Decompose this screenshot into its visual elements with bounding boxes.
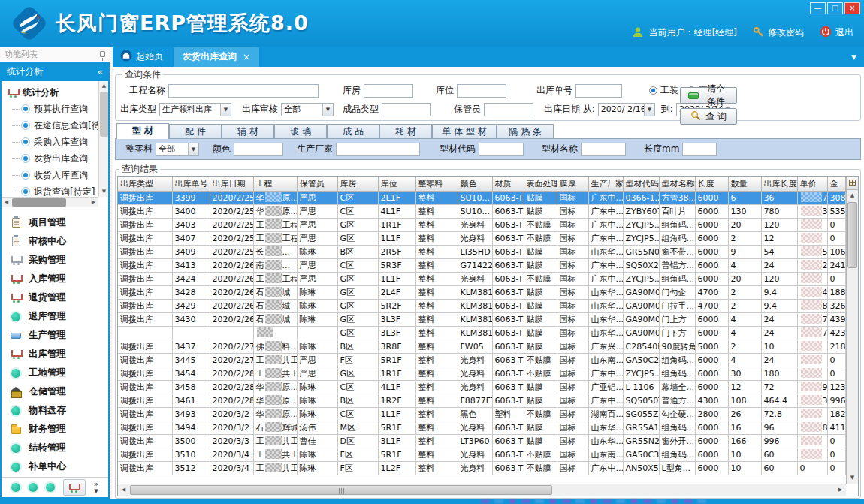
- tab-shipment-outbound-query[interactable]: 发货出库查询 ×: [174, 47, 259, 67]
- change-password-button[interactable]: 修改密码: [753, 26, 804, 40]
- tree-item[interactable]: 采购入库查询: [2, 134, 98, 150]
- column-header-材质[interactable]: 材质: [492, 177, 524, 191]
- column-header-库房[interactable]: 库房: [337, 177, 378, 191]
- project-name-input[interactable]: [168, 84, 319, 98]
- radio-industrial[interactable]: 工装: [649, 84, 678, 97]
- table-row[interactable]: 调拨出库35122020/3/4工共工程陈琳F区1L2F整料光身料6063-T5…: [118, 461, 845, 475]
- sidebar-item-出库管理[interactable]: 出库管理: [2, 345, 108, 364]
- grid-horizontal-scrollbar[interactable]: ◀ ▶: [118, 484, 846, 496]
- scroll-left-icon[interactable]: ◀: [2, 198, 11, 207]
- column-header-出库类型[interactable]: 出库类型: [118, 177, 172, 191]
- column-header-工程[interactable]: 工程: [253, 177, 297, 191]
- tree-root-statistics[interactable]: 统计分析: [2, 84, 98, 101]
- material-tab-耗材[interactable]: 耗 材: [379, 124, 432, 139]
- bottom-teal-circle-icon[interactable]: [29, 483, 38, 492]
- keeper-input[interactable]: [484, 103, 533, 116]
- table-row[interactable]: 调拨出库35002020/3/3工共工程曹佳D区3L1F整料LT3P606063…: [118, 434, 845, 448]
- table-row[interactable]: 调拨出库34032020/2/25工工程严思G区1R1F整料光身料6063-T5…: [118, 218, 845, 231]
- search-button[interactable]: 查 询: [680, 108, 737, 125]
- table-row[interactable]: 调拨出库34292020/2/26石城陈琳G区5R2F整料KLM38176063…: [118, 299, 845, 312]
- profile-name-input[interactable]: [581, 143, 626, 156]
- column-header-颜色[interactable]: 颜色: [458, 177, 492, 191]
- tree-item[interactable]: 退货查询[待定]: [2, 183, 98, 197]
- sidebar-item-项目管理[interactable]: 项目管理: [2, 213, 108, 232]
- material-tab-玻璃[interactable]: 玻 璃: [274, 124, 327, 139]
- clear-conditions-button[interactable]: 清空条件: [680, 87, 737, 104]
- table-row[interactable]: G区3L3F整料KLM38176063-T5贴膜国标山东华...GA90M09.…: [118, 326, 845, 340]
- material-tab-型材[interactable]: 型 材: [116, 123, 169, 139]
- tree-item[interactable]: 在途信息查询[待: [2, 117, 98, 134]
- column-header-库位[interactable]: 库位: [378, 177, 415, 191]
- sidebar-item-工地管理[interactable]: 工地管理: [2, 364, 108, 382]
- column-header-表面处理[interactable]: 表面处理: [524, 177, 557, 191]
- close-button[interactable]: ×: [844, 2, 860, 14]
- table-row[interactable]: 调拨出库34452020/2/27工共工程严思F区5R1F整料光身料6063-T…: [118, 353, 845, 367]
- column-header-整零料[interactable]: 整零料: [415, 177, 458, 191]
- horizontal-scroll-thumb[interactable]: [130, 485, 552, 495]
- whole-piece-select[interactable]: 全部 ▼: [156, 143, 199, 156]
- tree-horizontal-scrollbar[interactable]: ◀ ▶: [2, 197, 98, 207]
- material-tab-辅材[interactable]: 辅 材: [222, 124, 274, 139]
- logout-button[interactable]: 退出: [820, 26, 853, 40]
- collapse-icon[interactable]: «: [98, 67, 103, 77]
- tab-overflow-icon[interactable]: ▼: [851, 47, 864, 67]
- tree-vertical-scrollbar[interactable]: ▲ ▼: [98, 81, 108, 197]
- table-row[interactable]: 调拨出库34092020/2/25长...陈琳B区2R5F整料LI35HD606…: [118, 245, 845, 258]
- table-row[interactable]: 调拨出库34612020/2/28华原...陈琳B区1R2F整料F8877FT6…: [118, 394, 845, 407]
- column-header-金[interactable]: 金: [827, 177, 845, 191]
- sidebar-item-物料盘存[interactable]: 物料盘存: [2, 401, 108, 420]
- table-row[interactable]: 调拨出库34582020/2/28华原...陈琳C区4L1F整料光身料6063-…: [118, 380, 845, 394]
- column-header-型材代码[interactable]: 型材代码: [623, 177, 659, 191]
- scroll-right-icon[interactable]: ▶: [835, 484, 846, 496]
- table-row[interactable]: 调拨出库34302020/2/26石城陈琳G区3L3F整料KLM38176063…: [118, 312, 845, 326]
- out-type-select[interactable]: 生产领料出库 ▼: [159, 103, 231, 116]
- column-header-型材名称[interactable]: 型材名称: [659, 177, 695, 191]
- table-row[interactable]: 调拨出库34372020/2/27佛料...陈琳B区3R8F整料FW056063…: [118, 340, 845, 353]
- column-header-出库单号[interactable]: 出库单号: [172, 177, 210, 191]
- tree-item[interactable]: 预算执行查询: [2, 101, 98, 117]
- column-header-出库日期[interactable]: 出库日期: [210, 177, 253, 191]
- material-tab-成品[interactable]: 成 品: [327, 124, 379, 139]
- column-header-数量[interactable]: 数量: [728, 177, 761, 191]
- sidebar-item-采购管理[interactable]: 采购管理: [2, 251, 108, 270]
- sidebar-item-财务管理[interactable]: 财务管理: [2, 420, 108, 439]
- column-header-出库长度[interactable]: 出库长度: [761, 177, 797, 191]
- date-from-picker[interactable]: 2020/ 2/16 ▼: [598, 103, 655, 116]
- column-header-保管员[interactable]: 保管员: [297, 177, 337, 191]
- column-header-长度[interactable]: 长度: [695, 177, 728, 191]
- scroll-right-icon[interactable]: ▶: [89, 198, 98, 207]
- grid-vertical-scrollbar[interactable]: ▲ ▼: [846, 177, 858, 484]
- table-row[interactable]: 调拨出库34132020/2/26南...严思C区5R3F整料G71422606…: [118, 258, 845, 272]
- sidebar-item-补单中心[interactable]: 补单中心: [2, 457, 108, 476]
- table-row[interactable]: 调拨出库34932020/3/2华原...陈琳C区1L1F整料黑色塑料不贴膜国标…: [118, 407, 845, 421]
- pin-icon[interactable]: [100, 51, 105, 57]
- length-input[interactable]: [682, 143, 717, 156]
- table-row[interactable]: 调拨出库34942020/3/2石辉城汤伟M区5R1F整料光身料6063-T5贴…: [118, 421, 845, 434]
- table-row[interactable]: 调拨出库34282020/2/26石城陈琳G区2L4F整料KLM38176063…: [118, 285, 845, 299]
- table-row[interactable]: 调拨出库34072020/2/25工工程严思G区1L1F整料光身料6063-T5…: [118, 231, 845, 245]
- bottom-teal-circle-icon[interactable]: [46, 483, 55, 492]
- color-input[interactable]: [234, 143, 283, 156]
- location-input[interactable]: [457, 84, 506, 98]
- column-customize-button[interactable]: [847, 177, 858, 190]
- column-header-生产厂家[interactable]: 生产厂家: [588, 177, 623, 191]
- minimize-button[interactable]: —: [810, 2, 826, 14]
- scroll-down-icon[interactable]: ▼: [99, 187, 108, 197]
- vertical-scroll-thumb[interactable]: [847, 202, 857, 268]
- maker-input[interactable]: [336, 143, 420, 156]
- sidebar-item-入库管理[interactable]: 入库管理: [2, 270, 108, 288]
- column-header-膜厚[interactable]: 膜厚: [557, 177, 588, 191]
- product-type-input[interactable]: [382, 103, 431, 116]
- sidebar-item-退库管理[interactable]: 退库管理: [2, 307, 108, 326]
- sidebar-item-生产管理[interactable]: 生产管理: [2, 326, 108, 345]
- scroll-up-icon[interactable]: ▲: [847, 190, 858, 201]
- scroll-up-icon[interactable]: ▲: [99, 81, 108, 91]
- material-tab-单体型材[interactable]: 单 体 型 材: [432, 124, 497, 139]
- scroll-down-icon[interactable]: ▼: [847, 472, 858, 484]
- scroll-left-icon[interactable]: ◀: [118, 484, 129, 496]
- warehouse-input[interactable]: [364, 84, 413, 98]
- table-row[interactable]: 调拨出库33992020/2/25华原...严思C区2L1F整料SU10...6…: [118, 191, 845, 204]
- sidebar-item-退货管理[interactable]: 退货管理: [2, 288, 108, 307]
- tab-close-icon[interactable]: ×: [243, 52, 250, 62]
- audit-select[interactable]: 全部 ▼: [281, 103, 334, 116]
